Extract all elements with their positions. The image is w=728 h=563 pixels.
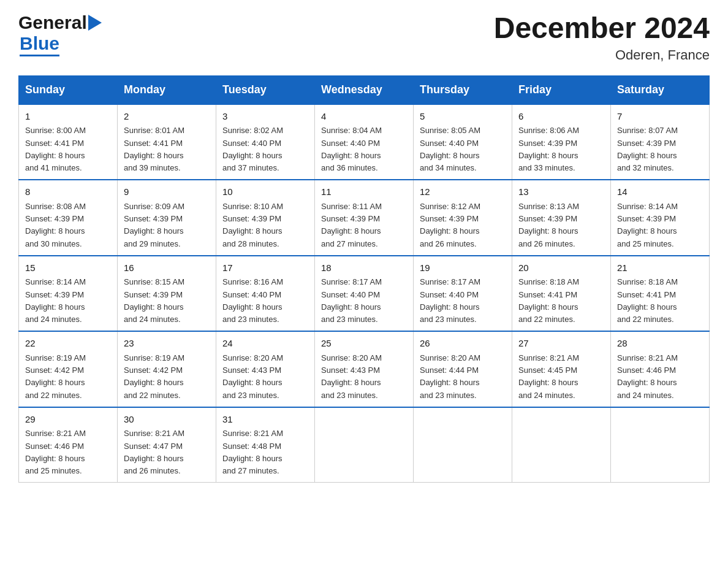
location: Oderen, France [494,47,710,63]
day-info: Sunrise: 8:15 AMSunset: 4:39 PMDaylight:… [124,277,184,324]
day-number: 20 [518,261,604,275]
calendar-week-3: 15Sunrise: 8:14 AMSunset: 4:39 PMDayligh… [19,256,710,332]
calendar-header-saturday: Saturday [611,75,710,104]
calendar-cell: 10Sunrise: 8:10 AMSunset: 4:39 PMDayligh… [216,180,315,256]
calendar-cell: 12Sunrise: 8:12 AMSunset: 4:39 PMDayligh… [414,180,512,256]
day-number: 3 [222,110,308,124]
calendar-header-sunday: Sunday [19,75,118,104]
day-number: 9 [124,185,210,199]
day-info: Sunrise: 8:20 AMSunset: 4:44 PMDaylight:… [420,353,480,400]
calendar-cell: 31Sunrise: 8:21 AMSunset: 4:48 PMDayligh… [216,407,315,483]
day-info: Sunrise: 8:12 AMSunset: 4:39 PMDaylight:… [420,202,480,248]
day-info: Sunrise: 8:08 AMSunset: 4:39 PMDaylight:… [25,202,86,248]
calendar-cell: 13Sunrise: 8:13 AMSunset: 4:39 PMDayligh… [512,180,611,256]
calendar-cell: 25Sunrise: 8:20 AMSunset: 4:43 PMDayligh… [315,331,414,407]
day-number: 30 [124,413,210,427]
day-number: 31 [222,413,308,427]
day-number: 25 [321,337,407,351]
calendar-cell: 23Sunrise: 8:19 AMSunset: 4:42 PMDayligh… [118,331,216,407]
day-info: Sunrise: 8:21 AMSunset: 4:46 PMDaylight:… [617,353,678,400]
day-number: 23 [124,337,210,351]
day-number: 18 [321,261,407,275]
calendar-cell: 5Sunrise: 8:05 AMSunset: 4:40 PMDaylight… [414,104,512,180]
calendar-cell: 4Sunrise: 8:04 AMSunset: 4:40 PMDaylight… [315,104,414,180]
day-number: 16 [124,261,210,275]
day-info: Sunrise: 8:17 AMSunset: 4:40 PMDaylight:… [321,277,382,324]
calendar-cell: 3Sunrise: 8:02 AMSunset: 4:40 PMDaylight… [216,104,315,180]
day-info: Sunrise: 8:04 AMSunset: 4:40 PMDaylight:… [321,126,382,172]
calendar-cell: 15Sunrise: 8:14 AMSunset: 4:39 PMDayligh… [19,256,118,332]
day-number: 2 [124,110,210,124]
day-number: 29 [25,413,111,427]
day-info: Sunrise: 8:21 AMSunset: 4:45 PMDaylight:… [518,353,579,400]
calendar-table: SundayMondayTuesdayWednesdayThursdayFrid… [18,75,710,483]
calendar-week-1: 1Sunrise: 8:00 AMSunset: 4:41 PMDaylight… [19,104,710,180]
calendar-cell: 6Sunrise: 8:06 AMSunset: 4:39 PMDaylight… [512,104,611,180]
calendar-header-thursday: Thursday [414,75,512,104]
day-number: 27 [518,337,604,351]
day-number: 1 [25,110,111,124]
calendar-cell: 1Sunrise: 8:00 AMSunset: 4:41 PMDaylight… [19,104,118,180]
calendar-week-2: 8Sunrise: 8:08 AMSunset: 4:39 PMDaylight… [19,180,710,256]
day-number: 5 [420,110,506,124]
calendar-cell: 14Sunrise: 8:14 AMSunset: 4:39 PMDayligh… [611,180,710,256]
day-info: Sunrise: 8:21 AMSunset: 4:47 PMDaylight:… [124,429,184,475]
day-info: Sunrise: 8:19 AMSunset: 4:42 PMDaylight:… [124,353,184,400]
svg-marker-0 [88,15,102,31]
day-info: Sunrise: 8:18 AMSunset: 4:41 PMDaylight:… [617,277,678,324]
day-info: Sunrise: 8:07 AMSunset: 4:39 PMDaylight:… [617,126,678,172]
logo-arrow-icon [88,15,102,31]
day-number: 6 [518,110,604,124]
calendar-cell: 27Sunrise: 8:21 AMSunset: 4:45 PMDayligh… [512,331,611,407]
day-number: 11 [321,185,407,199]
calendar-header-tuesday: Tuesday [216,75,315,104]
calendar-cell: 2Sunrise: 8:01 AMSunset: 4:41 PMDaylight… [118,104,216,180]
page-header: General Blue December 2024 Oderen, Franc… [18,12,710,63]
day-info: Sunrise: 8:16 AMSunset: 4:40 PMDaylight:… [222,277,283,324]
calendar-cell [315,407,414,483]
calendar-cell: 19Sunrise: 8:17 AMSunset: 4:40 PMDayligh… [414,256,512,332]
logo: General Blue [18,12,102,56]
day-number: 28 [617,337,703,351]
calendar-cell: 8Sunrise: 8:08 AMSunset: 4:39 PMDaylight… [19,180,118,256]
day-info: Sunrise: 8:01 AMSunset: 4:41 PMDaylight:… [124,126,184,172]
month-title: December 2024 [494,12,710,45]
day-number: 8 [25,185,111,199]
day-number: 12 [420,185,506,199]
calendar-header-monday: Monday [118,75,216,104]
day-number: 10 [222,185,308,199]
day-number: 17 [222,261,308,275]
day-info: Sunrise: 8:21 AMSunset: 4:48 PMDaylight:… [222,429,283,475]
day-info: Sunrise: 8:11 AMSunset: 4:39 PMDaylight:… [321,202,382,248]
day-info: Sunrise: 8:20 AMSunset: 4:43 PMDaylight:… [222,353,283,400]
calendar-cell: 20Sunrise: 8:18 AMSunset: 4:41 PMDayligh… [512,256,611,332]
calendar-cell: 18Sunrise: 8:17 AMSunset: 4:40 PMDayligh… [315,256,414,332]
calendar-cell: 11Sunrise: 8:11 AMSunset: 4:39 PMDayligh… [315,180,414,256]
calendar-cell: 22Sunrise: 8:19 AMSunset: 4:42 PMDayligh… [19,331,118,407]
calendar-cell: 7Sunrise: 8:07 AMSunset: 4:39 PMDaylight… [611,104,710,180]
calendar-cell: 24Sunrise: 8:20 AMSunset: 4:43 PMDayligh… [216,331,315,407]
calendar-cell: 29Sunrise: 8:21 AMSunset: 4:46 PMDayligh… [19,407,118,483]
calendar-header-wednesday: Wednesday [315,75,414,104]
day-info: Sunrise: 8:10 AMSunset: 4:39 PMDaylight:… [222,202,283,248]
logo-general: General [18,12,87,33]
day-number: 4 [321,110,407,124]
day-info: Sunrise: 8:00 AMSunset: 4:41 PMDaylight:… [25,126,86,172]
day-info: Sunrise: 8:13 AMSunset: 4:39 PMDaylight:… [518,202,579,248]
calendar-cell [414,407,512,483]
logo-blue: Blue [20,33,59,56]
day-info: Sunrise: 8:06 AMSunset: 4:39 PMDaylight:… [518,126,579,172]
title-section: December 2024 Oderen, France [494,12,710,63]
calendar-cell: 17Sunrise: 8:16 AMSunset: 4:40 PMDayligh… [216,256,315,332]
day-info: Sunrise: 8:05 AMSunset: 4:40 PMDaylight:… [420,126,480,172]
calendar-week-5: 29Sunrise: 8:21 AMSunset: 4:46 PMDayligh… [19,407,710,483]
day-number: 22 [25,337,111,351]
calendar-cell: 21Sunrise: 8:18 AMSunset: 4:41 PMDayligh… [611,256,710,332]
day-number: 13 [518,185,604,199]
day-info: Sunrise: 8:20 AMSunset: 4:43 PMDaylight:… [321,353,382,400]
calendar-cell: 28Sunrise: 8:21 AMSunset: 4:46 PMDayligh… [611,331,710,407]
day-number: 7 [617,110,703,124]
day-info: Sunrise: 8:19 AMSunset: 4:42 PMDaylight:… [25,353,86,400]
calendar-cell [512,407,611,483]
day-number: 21 [617,261,703,275]
